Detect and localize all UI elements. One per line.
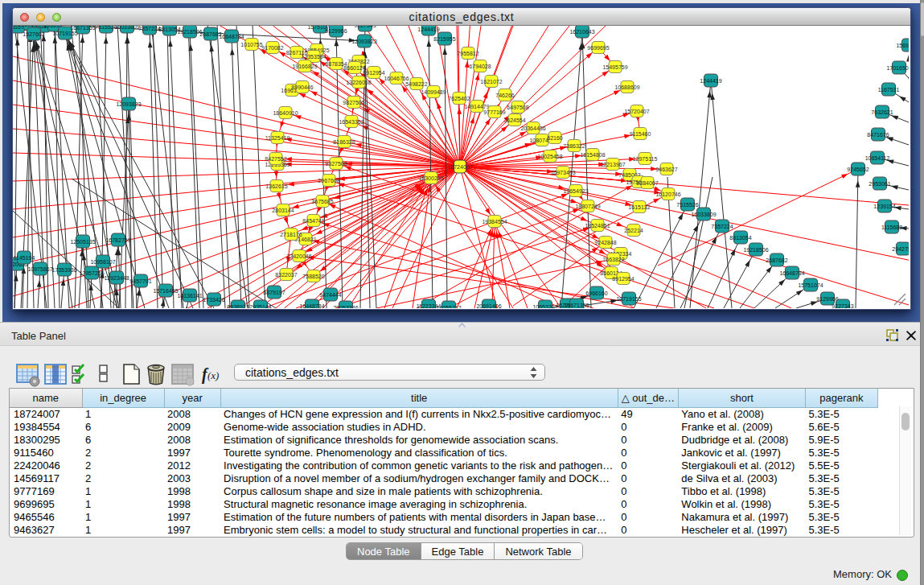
svg-text:8215955: 8215955 [433, 36, 455, 42]
svg-text:12923448: 12923448 [104, 275, 129, 281]
svg-text:16648784: 16648784 [219, 34, 244, 39]
svg-text:1010755: 1010755 [240, 42, 262, 47]
svg-text:18640910: 18640910 [273, 110, 298, 116]
svg-text:9227343: 9227343 [832, 303, 853, 309]
svg-text:8912954: 8912954 [363, 70, 384, 76]
svg-text:1115688: 1115688 [881, 225, 902, 230]
svg-text:12213967: 12213967 [600, 162, 625, 167]
svg-text:7515526: 7515526 [676, 202, 698, 208]
svg-text:12353594: 12353594 [301, 54, 326, 60]
svg-text:16046766: 16046766 [384, 76, 409, 81]
svg-text:7386322: 7386322 [563, 143, 585, 149]
svg-text:19218506: 19218506 [177, 29, 202, 35]
svg-text:1239154: 1239154 [873, 204, 895, 209]
svg-text:12975115: 12975115 [633, 156, 658, 162]
svg-text:8186328: 8186328 [333, 139, 355, 145]
svg-text:9327508: 9327508 [325, 161, 347, 167]
svg-text:16033809: 16033809 [114, 26, 139, 30]
svg-text:746266: 746266 [495, 93, 514, 98]
svg-text:7625402: 7625402 [448, 96, 470, 101]
svg-text:3624554: 3624554 [503, 117, 525, 123]
svg-text:14136141: 14136141 [177, 293, 202, 299]
svg-text:1733426: 1733426 [203, 297, 224, 303]
svg-text:9115460: 9115460 [630, 131, 651, 137]
svg-text:9699695: 9699695 [587, 45, 609, 51]
svg-text:6966160: 6966160 [585, 290, 607, 296]
svg-text:16033809: 16033809 [691, 212, 716, 217]
svg-text:16120746: 16120746 [655, 192, 680, 197]
svg-text:12093823: 12093823 [351, 39, 376, 44]
svg-text:7588520: 7588520 [302, 274, 324, 279]
svg-text:18724007: 18724007 [447, 164, 472, 170]
svg-text:16648784: 16648784 [779, 270, 804, 276]
svg-text:6879197: 6879197 [263, 290, 285, 295]
svg-text:1244419: 1244419 [700, 78, 721, 84]
svg-text:10654112: 10654112 [865, 155, 890, 161]
svg-text:18524851: 18524851 [585, 223, 610, 229]
svg-text:1527602: 1527602 [23, 31, 44, 37]
svg-text:9129966: 9129966 [816, 296, 838, 302]
svg-text:10975867: 10975867 [27, 266, 52, 272]
svg-text:16671355: 16671355 [70, 26, 95, 31]
svg-text:3675685: 3675685 [311, 199, 333, 204]
svg-text:16782759: 16782759 [105, 237, 130, 243]
svg-text:9245652: 9245652 [847, 167, 869, 172]
svg-text:16210643: 16210643 [569, 29, 594, 35]
svg-text:8427552: 8427552 [265, 156, 286, 162]
svg-text:15751074: 15751074 [798, 282, 823, 288]
svg-text:9242848: 9242848 [594, 240, 616, 245]
svg-text:2967608: 2967608 [318, 178, 339, 183]
svg-text:9777169: 9777169 [483, 109, 505, 115]
svg-text:2953061: 2953061 [869, 181, 890, 187]
svg-text:9384067: 9384067 [636, 180, 658, 186]
svg-text:9474444: 9474444 [319, 292, 341, 298]
svg-text:2718176: 2718176 [280, 232, 302, 237]
svg-text:10719155: 10719155 [52, 31, 77, 36]
svg-text:10973493: 10973493 [550, 170, 575, 175]
svg-text:20364436: 20364436 [520, 126, 545, 131]
svg-text:15716485: 15716485 [153, 288, 178, 294]
svg-text:10025458: 10025458 [537, 154, 562, 159]
svg-text:19218506: 19218506 [743, 247, 768, 253]
svg-text:10958107: 10958107 [90, 259, 115, 265]
svg-text:252214: 252214 [624, 228, 643, 233]
svg-text:1621072: 1621072 [480, 79, 502, 84]
svg-text:1615132: 1615132 [628, 204, 650, 210]
svg-text:16154808: 16154808 [580, 152, 605, 158]
svg-text:1244419: 1244419 [417, 27, 439, 32]
svg-text:14099489: 14099489 [421, 89, 446, 95]
svg-text:1362615: 1362615 [265, 183, 287, 189]
svg-text:15720407: 15720407 [624, 109, 649, 114]
svg-text:7357224: 7357224 [138, 26, 160, 31]
svg-text:62160: 62160 [547, 135, 563, 141]
svg-text:8471676: 8471676 [867, 132, 889, 138]
svg-text:9227343: 9227343 [354, 26, 376, 28]
svg-text:10719155: 10719155 [616, 296, 641, 302]
svg-text:8813054: 8813054 [729, 235, 751, 241]
svg-text:17016504: 17016504 [886, 65, 909, 71]
svg-text:6794028: 6794028 [469, 64, 491, 69]
svg-text:7955812: 7955812 [457, 51, 478, 56]
svg-text:23420046: 23420046 [286, 253, 311, 259]
svg-text:29053346: 29053346 [333, 305, 358, 309]
svg-text:16671355: 16671355 [564, 303, 589, 308]
svg-text:17957255: 17957255 [79, 270, 104, 276]
svg-text:17353936: 17353936 [51, 267, 76, 273]
svg-text:1167531: 1167531 [878, 87, 900, 93]
svg-text:7357224: 7357224 [711, 224, 733, 229]
svg-text:1145194: 1145194 [14, 255, 35, 261]
svg-text:15692971: 15692971 [896, 43, 909, 48]
svg-text:7632621: 7632621 [871, 109, 893, 115]
svg-text:15495759: 15495759 [602, 64, 627, 70]
svg-text:13226058: 13226058 [346, 80, 371, 85]
svg-text:8454749: 8454749 [302, 218, 324, 224]
svg-text:19654923: 19654923 [563, 188, 588, 194]
svg-text:18300295: 18300295 [418, 175, 443, 181]
svg-text:7663822: 7663822 [602, 257, 624, 262]
svg-text:8878354: 8878354 [325, 61, 347, 67]
svg-text:14914479: 14914479 [464, 104, 489, 109]
svg-text:9457791: 9457791 [129, 278, 151, 284]
svg-text:8912954: 8912954 [612, 276, 634, 282]
svg-text:11325419: 11325419 [265, 135, 290, 141]
svg-text:2803144: 2803144 [272, 208, 294, 213]
